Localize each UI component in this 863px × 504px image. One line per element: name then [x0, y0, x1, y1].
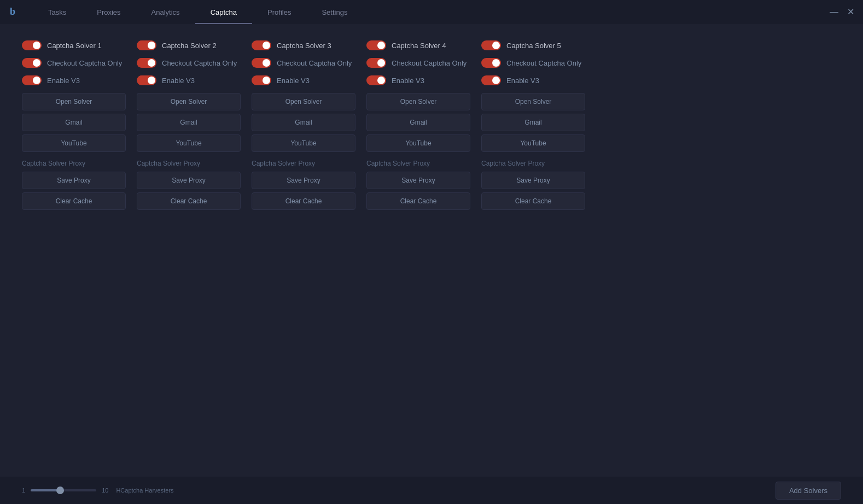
proxy-label-4: Captcha Solver Proxy [366, 160, 470, 167]
enablev3-row-1: Enable V3 [22, 75, 126, 85]
clear-cache-button-2[interactable]: Clear Cache [137, 192, 241, 210]
gmail-button-2[interactable]: Gmail [137, 114, 241, 131]
open-solver-button-2[interactable]: Open Solver [137, 93, 241, 110]
proxy-label-1: Captcha Solver Proxy [22, 160, 126, 167]
proxy-label-5: Captcha Solver Proxy [481, 160, 585, 167]
solver-title-row-3: Captcha Solver 3 [252, 40, 355, 50]
solver-card-2: Captcha Solver 2 Checkout Captcha Only E… [137, 40, 241, 210]
nav-tab-proxies[interactable]: Proxies [81, 0, 136, 24]
solver-main-toggle-5[interactable] [481, 40, 501, 50]
nav-tab-tasks[interactable]: Tasks [33, 0, 81, 24]
enablev3-toggle-5[interactable] [481, 75, 501, 85]
add-solvers-button[interactable]: Add Solvers [775, 482, 841, 500]
checkout-toggle-5[interactable] [481, 58, 501, 68]
open-solver-button-5[interactable]: Open Solver [481, 93, 585, 110]
enablev3-label-5: Enable V3 [506, 77, 539, 85]
enablev3-toggle-1[interactable] [22, 75, 42, 85]
solvers-grid: Captcha Solver 1 Checkout Captcha Only E… [22, 40, 841, 210]
checkout-toggle-3[interactable] [252, 58, 271, 68]
gmail-button-1[interactable]: Gmail [22, 114, 126, 131]
nav-tab-captcha[interactable]: Captcha [195, 0, 252, 24]
checkout-row-1: Checkout Captcha Only [22, 58, 126, 68]
solver-title-3: Captcha Solver 3 [277, 42, 331, 50]
solver-card-1: Captcha Solver 1 Checkout Captcha Only E… [22, 40, 126, 210]
gmail-button-5[interactable]: Gmail [481, 114, 585, 131]
solver-title-2: Captcha Solver 2 [162, 42, 217, 50]
checkout-toggle-2[interactable] [137, 58, 156, 68]
youtube-button-5[interactable]: YouTube [481, 134, 585, 152]
enablev3-toggle-2[interactable] [137, 75, 156, 85]
checkout-toggle-4[interactable] [366, 58, 386, 68]
proxy-label-3: Captcha Solver Proxy [252, 160, 355, 167]
enablev3-label-3: Enable V3 [277, 77, 310, 85]
proxy-label-2: Captcha Solver Proxy [137, 160, 241, 167]
nav-tab-settings[interactable]: Settings [306, 0, 363, 24]
solver-title-row-2: Captcha Solver 2 [137, 40, 241, 50]
checkout-row-3: Checkout Captcha Only [252, 58, 355, 68]
youtube-button-1[interactable]: YouTube [22, 134, 126, 152]
solver-main-toggle-4[interactable] [366, 40, 386, 50]
nav-tab-profiles[interactable]: Profiles [252, 0, 306, 24]
slider-section: 1 10 HCaptcha Harvesters [22, 487, 174, 494]
solver-main-toggle-1[interactable] [22, 40, 42, 50]
enablev3-label-2: Enable V3 [162, 77, 195, 85]
hcaptcha-harvesters-slider[interactable] [31, 489, 96, 491]
solver-title-4: Captcha Solver 4 [392, 42, 446, 50]
nav-tab-analytics[interactable]: Analytics [136, 0, 195, 24]
solver-card-3: Captcha Solver 3 Checkout Captcha Only E… [252, 40, 355, 210]
solver-main-toggle-2[interactable] [137, 40, 156, 50]
slider-max: 10 [102, 487, 108, 494]
solver-title-1: Captcha Solver 1 [47, 42, 102, 50]
checkout-row-2: Checkout Captcha Only [137, 58, 241, 68]
checkout-label-1: Checkout Captcha Only [47, 59, 122, 67]
checkout-label-5: Checkout Captcha Only [506, 59, 581, 67]
save-proxy-button-4[interactable]: Save Proxy [366, 172, 470, 189]
solver-title-5: Captcha Solver 5 [506, 42, 561, 50]
checkout-toggle-1[interactable] [22, 58, 42, 68]
clear-cache-button-1[interactable]: Clear Cache [22, 192, 126, 210]
open-solver-button-1[interactable]: Open Solver [22, 93, 126, 110]
save-proxy-button-2[interactable]: Save Proxy [137, 172, 241, 189]
clear-cache-button-4[interactable]: Clear Cache [366, 192, 470, 210]
youtube-button-4[interactable]: YouTube [366, 134, 470, 152]
solver-title-row-1: Captcha Solver 1 [22, 40, 126, 50]
enablev3-label-1: Enable V3 [47, 77, 80, 85]
enablev3-label-4: Enable V3 [392, 77, 424, 85]
enablev3-row-4: Enable V3 [366, 75, 470, 85]
checkout-label-4: Checkout Captcha Only [392, 59, 467, 67]
checkout-label-2: Checkout Captcha Only [162, 59, 237, 67]
title-bar: b TasksProxiesAnalyticsCaptchaProfilesSe… [0, 0, 863, 24]
solver-card-5: Captcha Solver 5 Checkout Captcha Only E… [481, 40, 585, 210]
open-solver-button-3[interactable]: Open Solver [252, 93, 355, 110]
bottom-bar: 1 10 HCaptcha Harvesters Add Solvers [0, 477, 863, 504]
checkout-label-3: Checkout Captcha Only [277, 59, 352, 67]
youtube-button-3[interactable]: YouTube [252, 134, 355, 152]
youtube-button-2[interactable]: YouTube [137, 134, 241, 152]
enablev3-toggle-4[interactable] [366, 75, 386, 85]
minimize-button[interactable]: — [830, 8, 838, 16]
gmail-button-4[interactable]: Gmail [366, 114, 470, 131]
enablev3-toggle-3[interactable] [252, 75, 271, 85]
enablev3-row-2: Enable V3 [137, 75, 241, 85]
gmail-button-3[interactable]: Gmail [252, 114, 355, 131]
main-content: Captcha Solver 1 Checkout Captcha Only E… [0, 24, 863, 504]
checkout-row-4: Checkout Captcha Only [366, 58, 470, 68]
save-proxy-button-3[interactable]: Save Proxy [252, 172, 355, 189]
solver-title-row-5: Captcha Solver 5 [481, 40, 585, 50]
solver-main-toggle-3[interactable] [252, 40, 271, 50]
nav-tabs: TasksProxiesAnalyticsCaptchaProfilesSett… [33, 0, 830, 24]
slider-label: HCaptcha Harvesters [116, 487, 173, 494]
slider-min: 1 [22, 487, 25, 494]
enablev3-row-5: Enable V3 [481, 75, 585, 85]
svg-text:b: b [10, 6, 15, 17]
save-proxy-button-1[interactable]: Save Proxy [22, 172, 126, 189]
clear-cache-button-3[interactable]: Clear Cache [252, 192, 355, 210]
open-solver-button-4[interactable]: Open Solver [366, 93, 470, 110]
close-button[interactable]: ✕ [847, 8, 854, 16]
clear-cache-button-5[interactable]: Clear Cache [481, 192, 585, 210]
enablev3-row-3: Enable V3 [252, 75, 355, 85]
solver-title-row-4: Captcha Solver 4 [366, 40, 470, 50]
checkout-row-5: Checkout Captcha Only [481, 58, 585, 68]
save-proxy-button-5[interactable]: Save Proxy [481, 172, 585, 189]
window-controls: — ✕ [830, 8, 854, 16]
